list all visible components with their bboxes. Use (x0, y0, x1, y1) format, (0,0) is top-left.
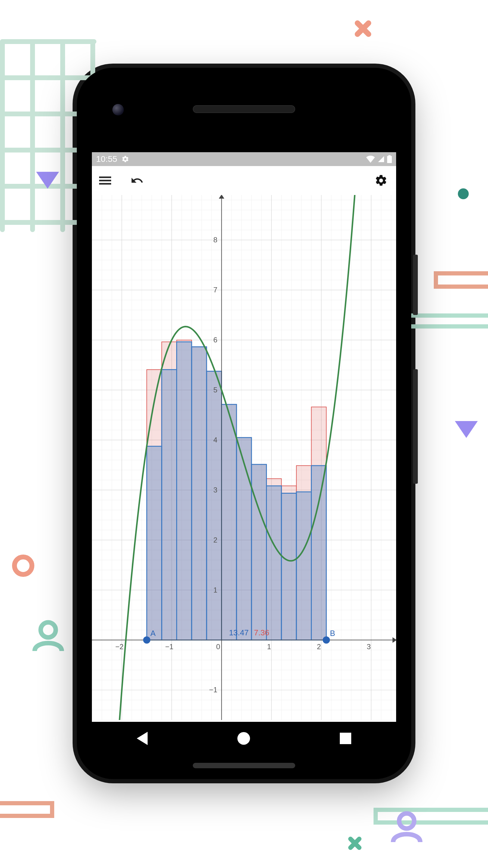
decoration-triangle (36, 172, 59, 189)
svg-rect-2 (387, 156, 392, 163)
back-button[interactable] (137, 732, 148, 745)
svg-text:5: 5 (213, 386, 217, 394)
decoration-person-icon (389, 806, 425, 848)
svg-rect-124 (236, 438, 252, 640)
svg-rect-4 (99, 177, 111, 178)
menu-icon[interactable] (99, 175, 111, 187)
svg-text:1: 1 (267, 643, 271, 651)
svg-rect-6 (99, 183, 111, 184)
wifi-icon (366, 156, 375, 163)
svg-text:A: A (150, 629, 156, 638)
cell-signal-icon (378, 156, 385, 163)
svg-rect-127 (281, 493, 296, 640)
app-toolbar (92, 166, 396, 195)
screen: 10:55 (92, 152, 396, 755)
svg-rect-123 (221, 404, 236, 640)
status-time: 10:55 (96, 154, 117, 164)
svg-text:3: 3 (367, 643, 371, 651)
svg-text:13.47: 13.47 (229, 628, 249, 637)
decoration-triangle (455, 421, 478, 438)
phone-speaker (193, 105, 295, 113)
svg-text:4: 4 (213, 436, 217, 444)
svg-rect-128 (296, 492, 312, 640)
decoration-rect (0, 801, 54, 818)
svg-text:−1: −1 (165, 643, 173, 651)
status-bar: 10:55 (92, 152, 396, 166)
svg-rect-129 (312, 466, 327, 640)
graph-view[interactable]: −2−10123−112345678AB13.477.36 (92, 195, 396, 720)
svg-text:7: 7 (213, 286, 217, 294)
undo-icon[interactable] (130, 174, 144, 187)
svg-point-0 (41, 622, 56, 638)
phone-frame: 10:55 (77, 68, 411, 779)
svg-text:1: 1 (213, 586, 217, 594)
svg-point-147 (143, 637, 150, 644)
decoration-x-icon (347, 835, 363, 852)
decoration-rect (434, 271, 488, 289)
svg-rect-125 (252, 464, 267, 640)
phone-power-button (413, 255, 418, 315)
svg-text:−1: −1 (209, 686, 217, 694)
svg-text:2: 2 (213, 536, 217, 544)
settings-small-icon (121, 155, 129, 163)
svg-rect-122 (207, 371, 222, 640)
svg-rect-121 (192, 347, 207, 640)
svg-text:3: 3 (213, 486, 217, 494)
svg-text:2: 2 (317, 643, 321, 651)
svg-rect-119 (162, 370, 177, 640)
svg-text:7.36: 7.36 (254, 628, 269, 637)
svg-text:B: B (330, 629, 335, 638)
battery-icon (387, 155, 392, 163)
decoration-dot (458, 188, 469, 199)
recents-button[interactable] (340, 733, 351, 744)
svg-rect-3 (388, 155, 391, 156)
svg-text:0: 0 (216, 643, 220, 651)
svg-point-1 (399, 813, 414, 829)
android-nav-bar (92, 722, 396, 755)
svg-rect-126 (267, 486, 282, 640)
svg-point-148 (323, 637, 330, 644)
svg-rect-120 (176, 342, 192, 640)
phone-chin-bar (193, 763, 295, 768)
phone-camera (112, 104, 124, 116)
svg-text:8: 8 (213, 236, 217, 244)
decoration-circle (12, 555, 34, 577)
svg-text:6: 6 (213, 336, 217, 344)
decoration-person-icon (30, 615, 66, 657)
home-button[interactable] (237, 732, 250, 745)
settings-icon[interactable] (375, 174, 388, 187)
decoration-x-icon (352, 18, 373, 39)
svg-rect-5 (99, 180, 111, 181)
svg-text:−2: −2 (116, 643, 124, 651)
svg-rect-118 (147, 446, 162, 640)
phone-volume-button (413, 369, 418, 484)
